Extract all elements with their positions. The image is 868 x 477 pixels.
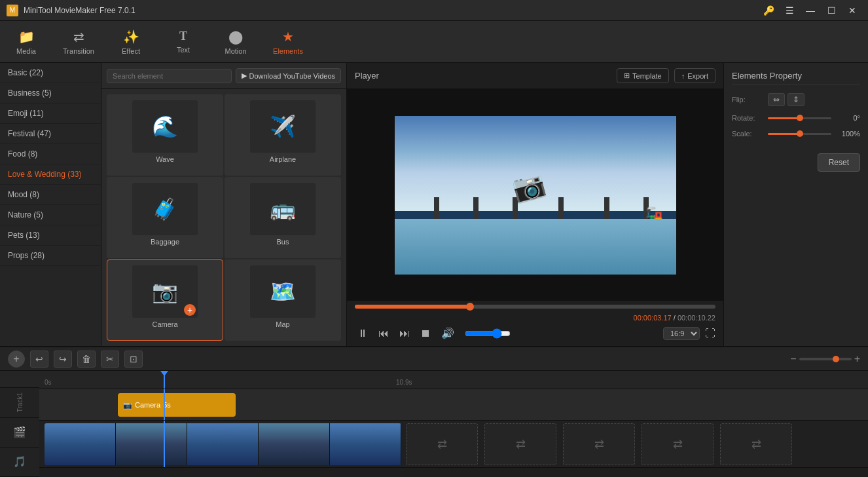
minimize-button[interactable]: — bbox=[801, 3, 820, 18]
bridge-pillar-2 bbox=[473, 197, 479, 230]
camera-clip-label: Camera bbox=[135, 401, 160, 409]
rotate-slider[interactable] bbox=[768, 117, 831, 119]
tracks-area: 📷 Camera 5s bbox=[39, 389, 868, 477]
element-camera[interactable]: 📷 + Camera bbox=[107, 259, 223, 341]
category-props[interactable]: Props (28) bbox=[0, 246, 101, 266]
key-button[interactable]: 🔑 bbox=[759, 3, 778, 18]
zoom-plus-button[interactable]: + bbox=[854, 353, 860, 365]
search-input[interactable] bbox=[107, 69, 232, 83]
bus-thumb: 🚌 bbox=[250, 183, 316, 235]
elements-grid: 🌊 Wave ✈️ Airplane 🧳 Baggage bbox=[101, 89, 346, 346]
timeline-tools-left: + ↩ ↪ 🗑 ✂ ⊡ bbox=[8, 351, 143, 368]
category-business[interactable]: Business (5) bbox=[0, 83, 101, 104]
category-emoji[interactable]: Emoji (11) bbox=[0, 104, 101, 124]
transition-slot-1[interactable]: ⇄ bbox=[406, 423, 478, 465]
time-separator: / bbox=[672, 314, 678, 322]
crop-button[interactable]: ⊡ bbox=[124, 351, 143, 368]
delete-button[interactable]: 🗑 bbox=[77, 351, 96, 368]
pause-button[interactable]: ⏸ bbox=[355, 326, 371, 341]
maximize-button[interactable]: ☐ bbox=[822, 3, 841, 18]
rotate-handle[interactable] bbox=[797, 115, 803, 121]
scale-handle[interactable] bbox=[797, 130, 803, 137]
baggage-thumb: 🧳 bbox=[132, 183, 198, 235]
effect-label: Effect bbox=[122, 47, 140, 55]
wave-icon: 🌊 bbox=[152, 114, 178, 139]
transition-slot-5[interactable]: ⇄ bbox=[720, 423, 792, 465]
download-btn-label: Download YouTube Videos bbox=[249, 72, 336, 80]
export-label: Export bbox=[687, 72, 708, 80]
fullscreen-button[interactable]: ⛶ bbox=[705, 328, 715, 339]
template-button[interactable]: ⊞ Template bbox=[617, 68, 669, 83]
toolbar-media[interactable]: 📁 Media bbox=[0, 21, 52, 63]
scale-label: Scale: bbox=[732, 130, 768, 138]
bridge-pillar-1 bbox=[434, 197, 439, 230]
camera-clip[interactable]: 📷 Camera 5s bbox=[118, 393, 236, 417]
total-time: 00:00:10.22 bbox=[678, 314, 715, 322]
prev-button[interactable]: ⏮ bbox=[376, 326, 391, 341]
flip-horizontal-button[interactable]: ⇔ bbox=[768, 93, 785, 106]
undo-button[interactable]: ↩ bbox=[30, 351, 48, 368]
export-button[interactable]: ↑ Export bbox=[674, 68, 715, 83]
add-camera-button[interactable]: + bbox=[184, 304, 196, 316]
bridge-pillar-4 bbox=[558, 197, 564, 230]
volume-slider[interactable] bbox=[465, 328, 511, 339]
player-panel: Player ⊞ Template ↑ Export bbox=[347, 63, 724, 346]
zoom-handle bbox=[833, 356, 839, 362]
motion-icon: ⬤ bbox=[228, 29, 243, 45]
elements-panel: ▶ Download YouTube Videos 🌊 Wave ✈️ Airp… bbox=[101, 63, 347, 346]
redo-button[interactable]: ↪ bbox=[54, 351, 72, 368]
transition-slot-3[interactable]: ⇄ bbox=[563, 423, 635, 465]
cut-button[interactable]: ✂ bbox=[101, 351, 119, 368]
volume-button[interactable]: 🔊 bbox=[439, 326, 457, 341]
current-time: 00:00:03.17 bbox=[634, 314, 672, 322]
timeline-toolbar: + ↩ ↪ 🗑 ✂ ⊡ − + bbox=[0, 347, 868, 371]
ruler-playhead bbox=[164, 371, 165, 389]
toolbar-transition[interactable]: ⇄ Transition bbox=[52, 21, 105, 63]
download-youtube-button[interactable]: ▶ Download YouTube Videos bbox=[236, 68, 342, 83]
element-map[interactable]: 🗺️ Map bbox=[225, 259, 341, 341]
stop-button[interactable]: ⏹ bbox=[418, 326, 433, 341]
transition-slot-4[interactable]: ⇄ bbox=[642, 423, 714, 465]
element-wave[interactable]: 🌊 Wave bbox=[107, 94, 223, 176]
toolbar-elements[interactable]: ★ Elements bbox=[262, 21, 314, 63]
flip-row: Flip: ⇔ ⇕ bbox=[732, 93, 860, 106]
template-label: Template bbox=[632, 72, 662, 80]
category-love-wedding[interactable]: Love & Wedding (33) bbox=[0, 164, 101, 185]
menu-button[interactable]: ☰ bbox=[780, 3, 799, 18]
category-mood[interactable]: Mood (8) bbox=[0, 185, 101, 205]
motion-label: Motion bbox=[225, 47, 246, 55]
toolbar-motion[interactable]: ⬤ Motion bbox=[209, 21, 262, 63]
next-button[interactable]: ⏭ bbox=[397, 326, 412, 341]
category-food[interactable]: Food (8) bbox=[0, 144, 101, 164]
video-thumb-2 bbox=[116, 423, 187, 465]
titlebar-controls: 🔑 ☰ — ☐ ✕ bbox=[759, 3, 861, 18]
toolbar-text[interactable]: T Text bbox=[157, 21, 209, 63]
zoom-track[interactable] bbox=[799, 358, 852, 360]
transition-slot-2[interactable]: ⇄ bbox=[484, 423, 556, 465]
zoom-minus-button[interactable]: − bbox=[790, 353, 796, 365]
video-clip-strip[interactable] bbox=[45, 423, 401, 465]
progress-handle[interactable] bbox=[466, 303, 474, 311]
category-pets[interactable]: Pets (13) bbox=[0, 225, 101, 246]
video-camera-element: 📷 bbox=[509, 168, 549, 206]
category-nature[interactable]: Nature (5) bbox=[0, 205, 101, 225]
reset-button[interactable]: Reset bbox=[818, 153, 860, 172]
add-media-button[interactable]: + bbox=[8, 351, 25, 368]
category-festival[interactable]: Festival (47) bbox=[0, 124, 101, 144]
close-button[interactable]: ✕ bbox=[843, 3, 861, 18]
element-baggage[interactable]: 🧳 Baggage bbox=[107, 177, 223, 258]
toolbar-effect[interactable]: ✨ Effect bbox=[105, 21, 157, 63]
rotate-label: Rotate: bbox=[732, 114, 768, 122]
progress-bar[interactable] bbox=[355, 305, 715, 309]
category-basic[interactable]: Basic (22) bbox=[0, 63, 101, 83]
element-bus[interactable]: 🚌 Bus bbox=[225, 177, 341, 258]
aspect-ratio-select[interactable]: 16:9 9:16 4:3 1:1 21:9 bbox=[663, 327, 700, 340]
video-thumb-4 bbox=[259, 423, 330, 465]
flip-vertical-button[interactable]: ⇕ bbox=[787, 93, 805, 106]
scale-slider[interactable] bbox=[768, 133, 831, 135]
element-airplane[interactable]: ✈️ Airplane bbox=[225, 94, 341, 176]
elements-label: Elements bbox=[273, 47, 303, 55]
video-track-header: 🎬 bbox=[0, 418, 39, 448]
scale-controls: 100% bbox=[768, 130, 860, 138]
camera-label: Camera bbox=[152, 320, 177, 328]
